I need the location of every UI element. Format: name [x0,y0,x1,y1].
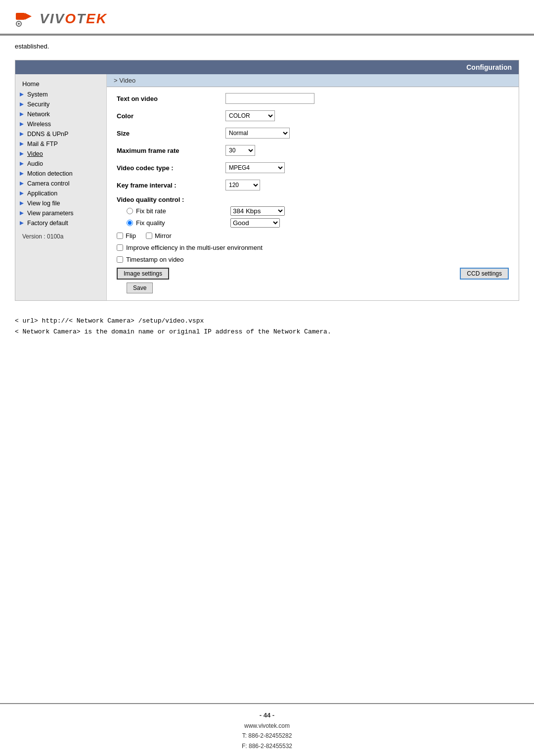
mirror-checkbox[interactable] [146,233,152,239]
timestamp-checkbox[interactable] [117,256,123,263]
text-on-video-control [225,93,509,104]
timestamp-text: Timestamp on video [126,256,184,263]
color-select[interactable]: COLOR B&W [225,110,275,121]
flip-checkbox[interactable] [117,233,123,239]
sidebar-item-mail[interactable]: Mail & FTP [15,139,106,149]
svg-marker-12 [20,172,24,176]
arrow-icon-factory [18,220,25,227]
config-title: Configuration [15,60,519,74]
sidebar-item-network[interactable]: Network [15,109,106,119]
header: VIVOTEK [0,0,534,35]
content-inner: Text on video Color COLOR B&W [107,87,519,300]
content-area: > Video Text on video Color COLOR B&W [107,74,519,300]
svg-rect-0 [16,13,25,20]
save-button[interactable]: Save [127,283,153,293]
sidebar-item-audio[interactable]: Audio [15,159,106,169]
text-on-video-label: Text on video [117,95,225,102]
intro-paragraph: established. [15,43,49,50]
url-line1: < url> http://< Network Camera> /setup/v… [15,316,519,327]
text-on-video-row: Text on video [117,92,509,105]
keyframe-row: Key frame interval : 120 60 30 15 [117,179,509,191]
sidebar-home[interactable]: Home [15,77,106,90]
quality-control-label: Video quality control : [117,196,509,203]
arrow-icon-video [18,150,25,157]
fix-quality-radio[interactable] [127,220,133,226]
max-frame-rate-select[interactable]: 30 25 20 15 10 5 1 [225,145,255,156]
sidebar-label-application: Application [27,190,57,197]
url-section: < url> http://< Network Camera> /setup/v… [0,309,534,342]
codec-label: Video codec type : [117,164,225,172]
fix-bit-rate-radio[interactable] [127,208,133,214]
max-frame-rate-row: Maximum frame rate 30 25 20 15 10 5 1 [117,144,509,157]
svg-marker-17 [20,221,24,225]
arrow-icon-system [18,91,25,98]
bitrate-select[interactable]: 384 Kbps 512 Kbps 768 Kbps 1 Mbps 1.5 Mb… [230,206,285,216]
sidebar-label-ddns: DDNS & UPnP [27,131,68,138]
footer-page: - 44 - [0,710,534,721]
size-label: Size [117,130,225,137]
arrow-icon-viewlog [18,200,25,207]
svg-marker-14 [20,191,24,195]
logo: VIVOTEK [15,9,107,29]
ccd-settings-button[interactable]: CCD settings [460,268,509,280]
fix-quality-text: Fix quality [136,219,165,227]
quality-select[interactable]: Good Normal Poor [230,218,280,228]
flip-mirror-row: Flip Mirror [117,232,509,239]
sidebar-item-motion[interactable]: Motion detection [15,169,106,179]
keyframe-label: Key frame interval : [117,182,225,189]
size-control: Normal Large Small [225,128,509,139]
fix-quality-label: Fix quality [127,219,225,227]
svg-marker-13 [20,182,24,186]
sidebar-label-mail: Mail & FTP [27,141,58,147]
codec-row: Video codec type : MPEG4 MJPEG [117,161,509,174]
logo-icon [15,9,37,29]
sidebar-label-network: Network [27,111,50,118]
color-row: Color COLOR B&W [117,109,509,122]
svg-marker-15 [20,201,24,205]
arrow-icon-network [18,111,25,118]
sidebar-item-viewlog[interactable]: View log file [15,198,106,208]
keyframe-select[interactable]: 120 60 30 15 [225,180,260,190]
sidebar-item-video[interactable]: Video [15,149,106,159]
url-line2: < Network Camera> is the domain name or … [15,327,519,337]
svg-marker-5 [20,102,24,106]
fix-bit-rate-label: Fix bit rate [127,207,225,215]
fix-bit-rate-text: Fix bit rate [136,207,166,215]
svg-marker-8 [20,132,24,136]
arrow-icon-viewparams [18,210,25,217]
timestamp-row: Timestamp on video [117,256,509,263]
improve-checkbox[interactable] [117,244,123,251]
sidebar-label-factory: Factory default [27,220,68,227]
svg-marker-1 [25,13,32,20]
sidebar-label-security: Security [27,101,49,108]
sidebar-label-system: System [27,91,48,98]
codec-select[interactable]: MPEG4 MJPEG [225,162,285,173]
footer-fax: F: 886-2-82455532 [0,741,534,751]
sidebar-item-factory[interactable]: Factory default [15,218,106,228]
sidebar-label-wireless: Wireless [27,121,51,128]
sidebar-item-system[interactable]: System [15,90,106,99]
svg-marker-16 [20,211,24,215]
sidebar-item-application[interactable]: Application [15,189,106,198]
sidebar-item-viewparams[interactable]: View parameters [15,208,106,218]
sidebar-item-ddns[interactable]: DDNS & UPnP [15,129,106,139]
sidebar-label-camera: Camera control [27,180,69,187]
arrow-icon-camera [18,180,25,187]
mirror-label: Mirror [146,232,172,239]
svg-marker-4 [20,93,24,96]
sidebar-label-audio: Audio [27,160,43,167]
sidebar-label-viewlog: View log file [27,200,60,207]
svg-marker-10 [20,152,24,156]
arrow-icon-application [18,190,25,197]
mirror-text: Mirror [155,232,172,239]
sidebar-item-security[interactable]: Security [15,99,106,109]
flip-label: Flip [117,232,136,239]
svg-marker-6 [20,112,24,116]
sidebar-item-wireless[interactable]: Wireless [15,119,106,129]
text-on-video-input[interactable] [225,93,314,104]
sidebar-item-camera[interactable]: Camera control [15,179,106,189]
size-select[interactable]: Normal Large Small [225,128,290,139]
image-settings-button[interactable]: Image settings [117,268,169,280]
save-row: Save [117,283,509,293]
arrow-icon-security [18,101,25,108]
